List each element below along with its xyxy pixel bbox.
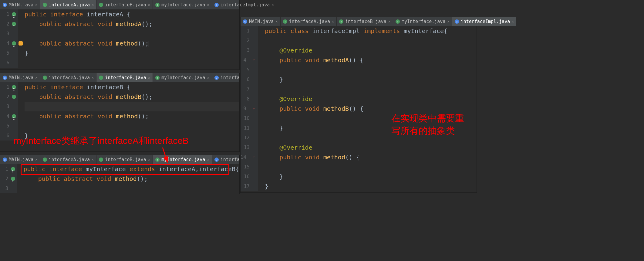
code-line[interactable]: public interface interfaceB { [25, 82, 239, 92]
gutter-line[interactable]: 6 [0, 58, 17, 68]
tab-myinterface[interactable]: ImyInterface.java× [393, 17, 452, 26]
implements-icon[interactable] [12, 114, 16, 118]
gutter-line[interactable]: 15 [241, 162, 257, 172]
gutter-line[interactable]: 9↑ [241, 104, 257, 114]
code-area-1[interactable]: 123456 public interface interfaceA { pub… [0, 9, 239, 68]
tab-myinterface[interactable]: ImyInterface.java× [153, 0, 212, 9]
gutter-line[interactable]: 5 [241, 65, 257, 75]
tab-main[interactable]: CMAIN.java× [0, 0, 40, 9]
gutter-line[interactable]: 17 [241, 181, 257, 191]
close-icon[interactable]: × [148, 76, 150, 80]
gutter-line[interactable]: 2 [0, 174, 16, 184]
gutter-line[interactable]: 1 [0, 82, 17, 92]
tab-interfaceb[interactable]: IinterfaceB.java× [96, 73, 153, 82]
implements-icon[interactable] [12, 41, 16, 46]
gutter-line[interactable]: 3 [0, 102, 17, 111]
close-icon[interactable]: × [271, 3, 274, 7]
gutter-line[interactable]: 3 [0, 29, 17, 39]
code-line[interactable]: public interface interfaceA { [25, 9, 239, 19]
gutter-line[interactable]: 2 [241, 36, 257, 46]
close-icon[interactable]: × [512, 19, 514, 24]
code-line[interactable]: @Override [265, 46, 477, 55]
code-line[interactable] [265, 84, 477, 94]
close-icon[interactable]: × [388, 19, 390, 24]
close-icon[interactable]: × [148, 3, 150, 7]
close-icon[interactable]: × [92, 76, 94, 80]
override-up-icon[interactable]: ↑ [253, 55, 255, 65]
close-icon[interactable]: × [207, 76, 209, 80]
code-area-2[interactable]: 123456 public interface interfaceB { pub… [0, 82, 239, 141]
code-line[interactable] [265, 162, 477, 172]
code-line[interactable] [25, 58, 239, 68]
close-icon[interactable]: × [447, 19, 449, 24]
implements-icon[interactable] [12, 12, 16, 16]
implements-icon[interactable] [12, 95, 16, 99]
code-line[interactable] [24, 184, 240, 193]
close-icon[interactable]: × [207, 3, 209, 7]
code-line[interactable]: @Override [265, 143, 477, 152]
gutter-line[interactable]: 3 [0, 184, 16, 193]
gutter-line[interactable]: 12 [241, 133, 257, 143]
gutter-line[interactable]: 3 [241, 46, 257, 55]
tab-interfaceimpl[interactable]: CinterfaceImpl.java× [452, 17, 517, 26]
code-line[interactable]: public class interfaceImpl implements my… [265, 26, 477, 36]
gutter-line[interactable]: 2 [0, 19, 17, 29]
tab-interfaceb[interactable]: IinterfaceB.java× [96, 155, 153, 164]
gutter-line[interactable]: 11 [241, 123, 257, 133]
close-icon[interactable]: × [92, 3, 94, 7]
code-line[interactable] [265, 36, 477, 46]
gutter-line[interactable]: 13 [241, 143, 257, 152]
gutter-line[interactable]: 1 [0, 164, 16, 174]
gutter-line[interactable]: 5 [0, 121, 17, 131]
gutter-line[interactable]: 4 [0, 111, 17, 121]
gutter-line[interactable]: 10 [241, 114, 257, 123]
tab-interfacea[interactable]: IinterfaceA.java× [40, 0, 97, 9]
tab-interfacea[interactable]: IinterfaceA.java× [281, 17, 337, 26]
tab-interfacea[interactable]: IinterfaceA.java× [40, 155, 97, 164]
gutter-line[interactable]: 5 [0, 48, 17, 58]
implements-icon[interactable] [12, 22, 16, 26]
gutter-line[interactable]: 6 [241, 75, 257, 84]
close-icon[interactable]: × [35, 158, 37, 162]
tab-myinterface[interactable]: ImyInterface.java× [153, 73, 212, 82]
code-line[interactable] [25, 29, 239, 39]
close-icon[interactable]: × [207, 158, 209, 162]
tab-interfacea[interactable]: IinterfaceA.java× [40, 73, 97, 82]
tab-interfaceb[interactable]: IinterfaceB.java× [96, 0, 153, 9]
code-line[interactable]: public void methodA() { [265, 55, 477, 65]
code-line[interactable] [265, 65, 477, 75]
code-line[interactable]: public void method() { [265, 152, 477, 162]
close-icon[interactable]: × [148, 158, 150, 162]
hint-bulb-icon[interactable] [19, 41, 23, 46]
implements-icon[interactable] [11, 167, 15, 171]
tab-interfaceb[interactable]: IinterfaceB.java× [337, 17, 393, 26]
close-icon[interactable]: × [332, 19, 334, 24]
code-line[interactable]: } [265, 181, 477, 191]
gutter-line[interactable]: 2 [0, 92, 17, 102]
gutter-line[interactable]: 1 [241, 26, 257, 36]
code-line[interactable]: public abstract void method(); [25, 111, 239, 121]
code-area-4[interactable]: 1234↑56789↑1011121314↑151617 public clas… [241, 26, 477, 191]
tab-main[interactable]: CMAIN.java× [241, 17, 281, 26]
gutter-line[interactable]: 1 [0, 9, 17, 19]
close-icon[interactable]: × [35, 3, 37, 7]
code-line[interactable] [25, 121, 239, 131]
close-icon[interactable]: × [275, 19, 278, 24]
tab-main[interactable]: CMAIN.java× [0, 155, 40, 164]
code-line[interactable]: public abstract void methodA(); [25, 19, 239, 29]
gutter-line[interactable]: 14↑ [241, 152, 257, 162]
implements-icon[interactable] [11, 177, 15, 181]
gutter-line[interactable]: 4↑ [241, 55, 257, 65]
gutter-line[interactable]: 7 [241, 84, 257, 94]
code-line[interactable]: @Override [265, 94, 477, 104]
close-icon[interactable]: × [92, 158, 94, 162]
override-up-icon[interactable]: ↑ [253, 104, 255, 114]
code-line[interactable]: } [25, 48, 239, 58]
gutter-line[interactable]: 8 [241, 94, 257, 104]
tab-interfaceimpl[interactable]: CinterfaceImpl.java× [212, 0, 277, 9]
override-up-icon[interactable]: ↑ [253, 152, 255, 162]
close-icon[interactable]: × [35, 76, 37, 80]
code-line[interactable]: public abstract void method(); [24, 174, 240, 184]
code-line[interactable]: public abstract void method(); [25, 39, 239, 48]
tab-main[interactable]: CMAIN.java× [0, 73, 40, 82]
